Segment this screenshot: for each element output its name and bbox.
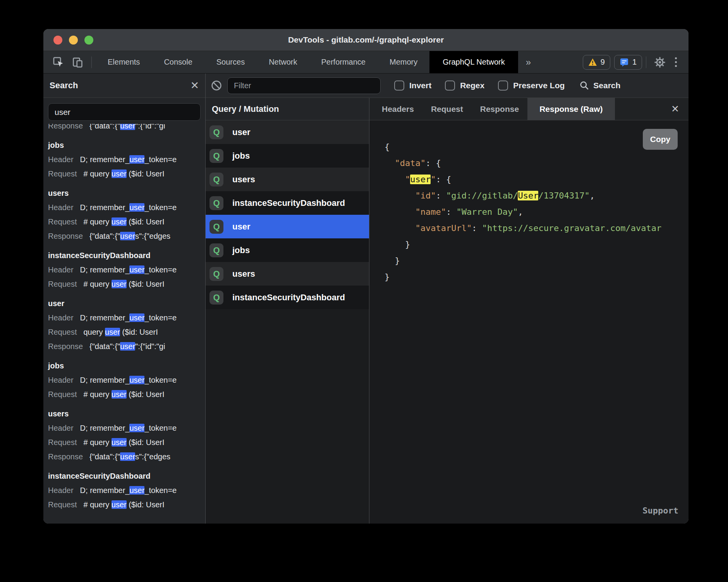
query-row-label: instanceSecurityDashboard [232, 293, 345, 303]
search-result-group-title[interactable]: jobs [48, 138, 201, 152]
search-result-group-title[interactable]: jobs [48, 359, 201, 373]
match-highlight: user [120, 232, 135, 240]
search-result-group-title[interactable]: users [48, 407, 201, 421]
search-result-line[interactable]: Requestquery user ($id: UserI [48, 325, 201, 339]
search-result-group-title[interactable]: user [48, 296, 201, 311]
search-result-line[interactable]: Request# query user ($id: UserI [48, 277, 201, 291]
query-row[interactable]: Qjobs [206, 144, 369, 168]
more-tabs-button[interactable]: » [518, 51, 539, 73]
search-result-line[interactable]: HeaderD; remember_user_token=e [48, 152, 201, 167]
json-line: } [385, 236, 689, 253]
search-result-line[interactable]: HeaderD; remember_user_token=e [48, 311, 201, 325]
tab-memory[interactable]: Memory [378, 51, 429, 73]
search-result-line[interactable]: HeaderD; remember_user_token=e [48, 421, 201, 435]
query-row[interactable]: Qjobs [206, 238, 369, 262]
search-icon [579, 80, 589, 91]
match-highlight: user [120, 452, 135, 461]
snippet-text: {"data":{" [89, 124, 120, 130]
query-rows: QuserQjobsQusersQinstanceSecurityDashboa… [206, 120, 369, 309]
regex-checkbox[interactable] [445, 80, 455, 91]
search-result-line[interactable]: Request# query user ($id: UserI [48, 167, 201, 181]
maximize-window-button[interactable] [84, 36, 93, 45]
search-result-group-title[interactable]: instanceSecurityDashboard [48, 248, 201, 263]
search-result-line[interactable]: HeaderD; remember_user_token=e [48, 263, 201, 277]
snippet-text: _token=e [144, 424, 177, 432]
tab-elements[interactable]: Elements [96, 51, 152, 73]
result-snippet: D; remember_user_token=e [80, 373, 177, 387]
search-result-line[interactable]: Request# query user ($id: UserI [48, 498, 201, 512]
search-result-line[interactable]: Response{"data":{"users":{"edges [48, 229, 201, 243]
json-indent [385, 175, 405, 184]
search-result-line[interactable]: Request# query user ($id: UserI [48, 387, 201, 402]
query-row[interactable]: Qusers [206, 262, 369, 286]
detail-close-icon[interactable]: ✕ [662, 98, 689, 120]
close-window-button[interactable] [53, 36, 62, 45]
result-field-label: Header [48, 483, 74, 498]
tab-performance[interactable]: Performance [309, 51, 378, 73]
query-row-label: jobs [232, 245, 250, 255]
clear-log-icon[interactable] [211, 80, 222, 91]
result-snippet: {"data":{"users":{"edges [89, 450, 170, 464]
search-result-line[interactable]: Response{"data":{"user":{"id":"gi [48, 339, 201, 354]
json-token: "id" [415, 191, 436, 200]
snippet-text: ($id: UserI [127, 438, 165, 447]
result-snippet: D; remember_user_token=e [80, 311, 177, 325]
detail-tab-response[interactable]: Response [472, 98, 527, 120]
issues-icon [620, 58, 629, 67]
search-result-line[interactable]: Request# query user ($id: UserI [48, 215, 201, 229]
preserve-log-checkbox[interactable] [498, 80, 508, 91]
toolbar-search[interactable]: Search [579, 80, 620, 91]
search-result-group-title[interactable]: users [48, 186, 201, 200]
detail-tab-request[interactable]: Request [422, 98, 472, 120]
search-result-line[interactable]: HeaderD; remember_user_token=e [48, 200, 201, 215]
search-result-line[interactable]: Response{"data":{"users":{"edges [48, 450, 201, 464]
tab-sources[interactable]: Sources [204, 51, 257, 73]
devtools-window: DevTools - gitlab.com/-/graphql-explorer… [43, 29, 689, 524]
preserve-log-label: Preserve Log [513, 81, 565, 90]
query-row[interactable]: Qusers [206, 168, 369, 191]
copy-button[interactable]: Copy [643, 129, 678, 150]
search-pane-title: Search [50, 80, 190, 91]
warnings-badge[interactable]: 9 [583, 55, 610, 70]
filter-input[interactable] [227, 77, 381, 94]
device-toolbar-icon[interactable] [68, 51, 88, 73]
devtools-tabbar: ElementsConsoleSourcesNetworkPerformance… [43, 51, 689, 74]
tab-console[interactable]: Console [152, 51, 204, 73]
warning-count: 9 [601, 58, 605, 67]
search-pane-close-icon[interactable]: ✕ [190, 80, 199, 91]
snippet-text: ($id: UserI [120, 328, 158, 336]
query-row[interactable]: Quser [206, 120, 369, 144]
result-snippet: D; remember_user_token=e [80, 263, 177, 277]
search-result-line[interactable]: HeaderD; remember_user_token=e [48, 483, 201, 498]
support-link[interactable]: Support [642, 503, 678, 519]
search-result-group-title[interactable]: instanceSecurityDashboard [48, 469, 201, 483]
detail-tab-response-raw[interactable]: Response (Raw) [527, 98, 615, 120]
search-result-line-partial[interactable]: Response{"data":{"user":{"id":"gi [48, 124, 201, 133]
menu-kebab-icon[interactable] [670, 57, 682, 67]
invert-checkbox[interactable] [394, 80, 404, 91]
tab-graphql-network[interactable]: GraphQL Network [429, 51, 518, 73]
search-result-line[interactable]: HeaderD; remember_user_token=e [48, 373, 201, 387]
result-field-label: Header [48, 152, 74, 167]
settings-gear-icon[interactable] [650, 56, 670, 68]
result-field-label: Response [48, 339, 83, 354]
detail-tab-headers[interactable]: Headers [373, 98, 422, 120]
minimize-window-button[interactable] [69, 36, 78, 45]
tab-network[interactable]: Network [257, 51, 309, 73]
search-result-line[interactable]: Request# query user ($id: UserI [48, 435, 201, 450]
snippet-text: _token=e [144, 313, 177, 322]
result-field-label: Request [48, 277, 77, 291]
issues-badge[interactable]: 1 [614, 55, 642, 70]
query-row-selected[interactable]: Quser [206, 215, 369, 238]
query-row[interactable]: QinstanceSecurityDashboard [206, 191, 369, 215]
snippet-text: s":{"edges [135, 452, 170, 461]
query-row[interactable]: QinstanceSecurityDashboard [206, 286, 369, 309]
json-token: "https://secure.gravatar.com/avatar [482, 223, 662, 233]
json-token: : [426, 158, 436, 168]
result-snippet: # query user ($id: UserI [84, 167, 165, 181]
search-input-wrap [43, 98, 205, 124]
inspect-element-icon[interactable] [49, 51, 68, 73]
json-token: { [385, 142, 390, 152]
search-input[interactable] [48, 103, 201, 121]
result-snippet: # query user ($id: UserI [84, 435, 165, 450]
